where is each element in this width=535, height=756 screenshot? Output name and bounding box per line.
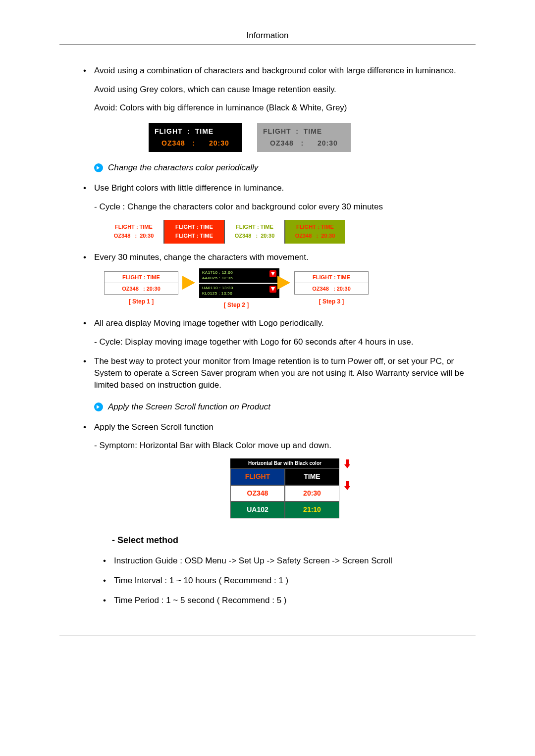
cell: 20:30 — [285, 485, 339, 502]
bullet-avoid-luminance: Avoid using a combination of characters … — [94, 65, 476, 152]
step-2-top: KA1710 : 12:00AA0025 : 12:35 — [199, 268, 279, 283]
step-2-bottom: UA0110 : 13:30KL0125 : 13:50 — [199, 284, 279, 298]
cell: OZ348 — [230, 485, 285, 502]
text: Avoid using Grey colors, which can cause… — [94, 85, 336, 94]
text: Cycle: Display moving image together wit… — [99, 337, 413, 347]
sub-cycle: Cycle : Change the characters color and … — [94, 201, 476, 213]
demo-black-box: FLIGHT : TIME OZ348 : 20:30 — [149, 123, 242, 152]
pin-icon — [269, 270, 276, 277]
luminance-demo: FLIGHT : TIME OZ348 : 20:30 FLIGHT : TIM… — [149, 123, 476, 152]
method-time-interval: Time Interval : 1 ~ 10 hours ( Recommend… — [114, 575, 476, 587]
section-change-color: Change the characters color periodically — [94, 162, 476, 174]
arrow-right-icon — [94, 163, 103, 172]
text: All area display Moving image together w… — [94, 318, 324, 328]
demo-grey-box: FLIGHT : TIME OZ348 : 20:30 — [257, 123, 351, 152]
bullet-apply-scroll: Apply the Screen Scroll function Symptom… — [94, 421, 476, 518]
method-instruction-guide: Instruction Guide : OSD Menu -> Set Up -… — [114, 555, 476, 567]
step-3: FLIGHT : TIME OZ348 : 20:30 [ Step 3 ] — [294, 271, 369, 306]
cell: TIME — [285, 468, 339, 485]
arrow-down-icon — [344, 481, 350, 487]
text: 20:30 — [318, 139, 338, 147]
sub-cycle-logo: Cycle: Display moving image together wit… — [94, 336, 476, 348]
page-header: Information — [59, 30, 476, 45]
bullet-bright-colors: Use Bright colors with little difference… — [94, 182, 476, 244]
section-screen-scroll: Apply the Screen Scroll function on Prod… — [94, 401, 476, 413]
cycle-3: FLIGHT : TIME OZ348 : 20:30 — [224, 220, 284, 244]
text: Symptom: Horizontal Bar with Black Color… — [99, 441, 331, 450]
bullet-movement: Every 30 minutes, change the characters … — [94, 252, 476, 309]
cycle-2: FLIGHT : TIME FLIGHT : TIME — [163, 220, 224, 244]
color-cycle-demo: FLIGHT : TIME OZ348 : 20:30 FLIGHT : TIM… — [104, 220, 476, 244]
bullet-moving-logo: All area display Moving image together w… — [94, 317, 476, 348]
step-2: KA1710 : 12:00AA0025 : 12:35 UA0110 : 13… — [199, 268, 273, 309]
text: Use Bright colors with little difference… — [94, 183, 284, 193]
text: The best way to protect your monitor fro… — [94, 356, 464, 390]
scroll-demo: Horizontal Bar with Black color FLIGHT T… — [230, 458, 339, 518]
method-time-period: Time Period : 1 ~ 5 second ( Recommend :… — [114, 595, 476, 606]
section-title: Apply the Screen Scroll function on Prod… — [108, 401, 270, 413]
arrow-right-icon — [94, 403, 103, 411]
text: FLIGHT : TIME — [263, 127, 345, 137]
cycle-4: FLIGHT : TIME OZ348 : 20:30 — [284, 220, 345, 244]
steps-demo: FLIGHT : TIME OZ348 : 20:30 [ Step 1 ] K… — [104, 268, 476, 309]
text: Cycle : Change the characters color and … — [99, 202, 383, 211]
pin-icon — [269, 286, 276, 293]
text: OZ348 — [161, 139, 185, 147]
text: Apply the Screen Scroll function — [94, 422, 214, 432]
footer-divider — [59, 636, 476, 636]
scroll-demo-header: Horizontal Bar with Black color — [230, 458, 339, 468]
text: 20:30 — [209, 139, 229, 147]
cell: FLIGHT — [230, 468, 285, 485]
cycle-1: FLIGHT : TIME OZ348 : 20:30 — [104, 220, 163, 244]
sub-symptom: Symptom: Horizontal Bar with Black Color… — [94, 440, 476, 452]
cell: 21:10 — [285, 502, 339, 518]
arrow-right-icon — [277, 276, 290, 290]
arrow-down-icon — [344, 459, 350, 465]
page-title: Information — [246, 31, 288, 40]
text: Avoid using a combination of characters … — [94, 66, 456, 75]
bullet-power-off: The best way to protect your monitor fro… — [94, 355, 476, 391]
step-1: FLIGHT : TIME OZ348 : 20:30 [ Step 1 ] — [104, 271, 178, 306]
arrow-right-icon — [182, 276, 195, 290]
text: Avoid: Colors with big difference in lum… — [94, 103, 347, 112]
select-method-heading: - Select method — [112, 534, 476, 547]
cell: UA102 — [230, 502, 285, 518]
section-title: Change the characters color periodically — [108, 162, 258, 174]
text: FLIGHT : TIME — [155, 127, 236, 137]
text: Every 30 minutes, change the characters … — [94, 252, 309, 262]
text: OZ348 — [270, 139, 294, 147]
